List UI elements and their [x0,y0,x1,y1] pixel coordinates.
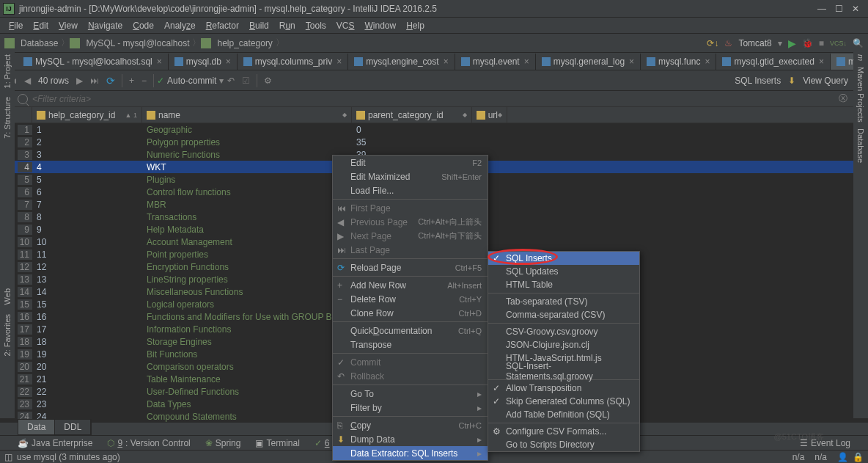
cm-filter-by[interactable]: Filter by▸ [333,401,488,415]
rail-favorites[interactable]: 2: Favorites [3,314,12,356]
editor-tab[interactable]: mysql.general_log× [536,54,641,70]
close-icon[interactable]: × [819,56,824,67]
menu-navigate[interactable]: Navigate [84,19,127,32]
column-header-parent[interactable]: parent_category_id◆ [352,107,472,123]
breadcrumb-connection[interactable]: MySQL - mysql@localhost [83,38,192,48]
cell-id[interactable]: 9 [32,225,142,235]
cm-quick-doc[interactable]: Quick DocumentationCtrl+Q [333,324,488,338]
menu-window[interactable]: Window [360,19,400,32]
maximize-button[interactable]: ☐ [835,4,843,14]
bt-java-ee[interactable]: ☕Java Enterprise [18,438,92,448]
rail-maven-label[interactable]: Maven Projects [856,67,865,123]
auto-commit-toggle[interactable]: ✓Auto-commit▾ [157,76,224,86]
refresh-icon[interactable]: ⟳ [103,75,119,87]
cell-name[interactable]: Miscellaneous Functions [142,287,352,297]
search-everywhere-icon[interactable]: 🔍 [853,38,864,48]
cell-id[interactable]: 7 [32,200,142,210]
tab-data[interactable]: Data [18,420,55,434]
cell-name[interactable]: Functions and Modifiers for Use with GRO… [142,312,352,322]
cell-id[interactable]: 2 [32,137,142,147]
table-row[interactable]: 22Polygon properties35 [0,136,868,148]
cm-add-row[interactable]: +Add New RowAlt+Insert [333,278,488,292]
editor-tab[interactable]: mysql.engine_cost× [348,54,455,70]
sm-json-clojure[interactable]: JSON-Clojure.json.clj [488,338,639,351]
column-header-url[interactable]: url◆ [472,107,507,123]
menu-tools[interactable]: Tools [301,19,331,32]
settings-icon[interactable]: ⚙ [260,76,276,86]
cm-edit[interactable]: EditF2 [333,156,488,169]
menu-code[interactable]: Code [128,19,158,32]
clear-filter-icon[interactable]: ⓧ [839,92,847,105]
cm-delete-row[interactable]: −Delete RowCtrl+Y [333,292,488,306]
cell-parent[interactable]: 35 [352,137,472,147]
editor-tab[interactable]: mysql.event× [455,54,536,70]
cell-name[interactable]: Compound Statements [142,412,352,422]
sm-sql-inserts[interactable]: ✓SQL Inserts [488,252,639,265]
editor-tab[interactable]: mysql.db× [169,54,238,70]
close-icon[interactable]: × [629,56,634,67]
column-header-name[interactable]: name◆ [142,107,352,123]
cell-id[interactable]: 15 [32,299,142,310]
cell-parent[interactable]: 0 [352,125,472,135]
cell-name[interactable]: MBR [142,200,352,210]
cell-name[interactable]: Point properties [142,249,352,260]
sm-allow-trans[interactable]: ✓Allow Transposition [488,382,639,395]
bt-vcs[interactable]: ⬡9: Version Control [107,438,190,448]
cm-copy[interactable]: ⎘CopyCtrl+C [333,418,488,432]
cm-reload[interactable]: ⟳Reload PageCtrl+F5 [333,260,488,274]
tab-ddl[interactable]: DDL [55,420,91,434]
close-icon[interactable]: × [336,56,342,67]
cell-name[interactable]: LineString properties [142,274,352,285]
cell-id[interactable]: 8 [32,212,142,222]
menu-refactor[interactable]: Refactor [202,19,243,32]
sm-sql-groovy[interactable]: SQL-Insert-Statements.sql.groovy [488,365,639,378]
hector-icon[interactable]: 👤 [837,452,848,462]
cell-id[interactable]: 3 [32,150,142,160]
close-icon[interactable]: × [157,56,162,67]
next-page-icon[interactable]: ▶ [73,76,87,86]
cell-name[interactable]: Help Metadata [142,225,352,235]
cell-id[interactable]: 5 [32,175,142,185]
menu-help[interactable]: Help [402,19,429,32]
cm-data-extractor[interactable]: Data Extractor: SQL Inserts▸ [333,446,488,460]
sm-sql-updates[interactable]: SQL Updates [488,265,639,278]
cm-clone-row[interactable]: Clone RowCtrl+D [333,306,488,320]
editor-tab[interactable]: mysql.gtid_executed× [716,54,830,70]
cm-transpose[interactable]: Transpose [333,338,488,351]
sm-html-table[interactable]: HTML Table [488,278,639,291]
extractor-selector[interactable]: SQL Inserts [735,76,781,86]
commit-icon[interactable]: ☑ [238,76,254,86]
lock-icon[interactable]: 🔒 [853,452,864,462]
rail-project[interactable]: 1: Project [3,54,12,88]
cell-id[interactable]: 20 [32,362,142,372]
stop-button[interactable]: ■ [819,38,824,48]
cell-id[interactable]: 23 [32,399,142,409]
filter-input[interactable]: <Filter criteria> [32,94,91,104]
cm-load-file[interactable]: Load File... [333,183,488,197]
editor-tab[interactable]: MySQL - mysql@localhost.sql× [18,54,169,70]
breadcrumb-table[interactable]: help_category [214,38,275,48]
cm-dump-data[interactable]: ⬇Dump Data▸ [333,432,488,446]
close-button[interactable]: ✕ [852,4,859,14]
add-row-icon[interactable]: + [125,76,138,86]
run-config-select[interactable]: Tomcat8 [738,38,771,48]
cell-id[interactable]: 14 [32,287,142,297]
close-icon[interactable]: × [444,56,449,67]
cell-name[interactable]: Transactions [142,212,352,222]
cell-id[interactable]: 21 [32,374,142,384]
sm-skip-gen[interactable]: ✓Skip Generated Columns (SQL) [488,395,639,408]
menu-vcs[interactable]: VCS [332,19,359,32]
view-query-button[interactable]: View Query [803,76,848,86]
menu-run[interactable]: Run [275,19,300,32]
menu-build[interactable]: Build [245,19,273,32]
menu-analyze[interactable]: Analyze [160,19,200,32]
editor-tab[interactable]: mysql.func× [641,54,716,70]
cell-id[interactable]: 6 [32,187,142,197]
revert-icon[interactable]: ↶ [224,76,238,86]
delete-row-icon[interactable]: − [138,76,150,86]
prev-page-icon[interactable]: ◀ [21,76,34,86]
close-icon[interactable]: × [705,56,710,67]
run-button[interactable]: ▶ [788,37,796,49]
sm-scripts-dir[interactable]: Go to Scripts Directory [488,438,639,451]
download-icon[interactable]: ⬇ [788,76,795,86]
